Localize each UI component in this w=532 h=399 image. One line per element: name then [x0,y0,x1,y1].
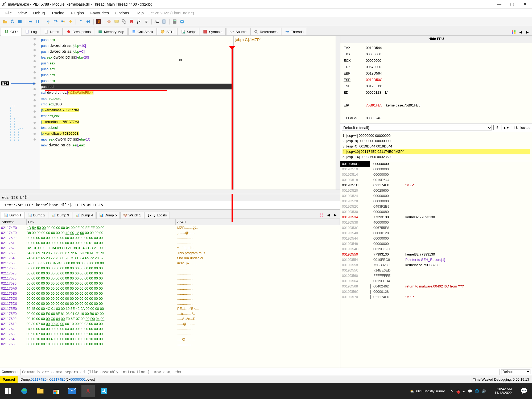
settings-icon[interactable] [179,18,185,25]
tab-symbols[interactable]: Symbols [200,28,226,35]
next-dump-icon[interactable]: ▶ [332,212,339,219]
labels-icon[interactable] [121,18,127,25]
taskbar-notifications-icon[interactable]: 💬 [517,385,530,397]
comments-icon[interactable] [113,18,120,25]
tab-locals[interactable]: [x=]Locals [145,212,170,219]
grid-icon[interactable] [510,28,517,35]
taskbar-weather[interactable]: ⛅ 66°F Mostly sunny [410,389,445,393]
taskbar-procmon-icon[interactable] [97,385,111,397]
prev-dump-icon[interactable]: ◀ [325,212,332,219]
close-button[interactable]: ✕ [519,1,531,8]
tab-cpu[interactable]: 32CPU [1,28,21,36]
taskbar-edge-icon[interactable] [18,385,31,397]
svg-line-35 [257,32,258,33]
hex-header-ascii[interactable]: ASCII [176,219,340,225]
maximize-button[interactable]: ▢ [506,1,518,8]
tab-dump-5[interactable]: 📊Dump 5 [96,212,120,219]
svg-rect-4 [18,20,22,23]
open-icon[interactable] [2,18,9,25]
tab-dump-1[interactable]: 📊Dump 1 [1,212,24,219]
functions-icon[interactable]: fx [135,18,142,25]
scrollbar-h[interactable] [0,190,340,194]
tab-watch-1[interactable]: 🐶Watch 1 [120,212,144,219]
tab-call-stack[interactable]: Call Stack [128,28,157,35]
tab-dump-4[interactable]: 📊Dump 4 [73,212,96,219]
step-into-icon[interactable] [45,18,52,25]
tab-breakpoints[interactable]: Breakpoints [63,28,94,35]
scylla-icon[interactable]: S [95,18,102,25]
scrollbar-v[interactable] [336,36,340,190]
tab-source[interactable]: <>Source [226,28,250,35]
command-combo[interactable]: Default [501,369,530,374]
dump-icon: 📊 [4,213,8,217]
hex-header-hex[interactable]: Hex [27,219,176,225]
run-to-return-icon[interactable] [85,18,92,25]
menu-help[interactable]: Help [133,10,146,16]
prev-tab-icon[interactable]: ◀ [517,28,524,35]
tray-chevron-icon[interactable]: ᐱ [451,389,453,393]
strings-icon[interactable]: Aᴢ [153,18,160,25]
tray-security-icon[interactable]: 🛡✕ [456,389,459,393]
tab-notes[interactable]: Notes [41,28,63,35]
tray-volume-icon[interactable]: 🔊 [482,389,486,393]
hide-fpu-button[interactable]: Hide FPU [340,36,532,43]
tab-references[interactable]: References [250,28,281,35]
run-to-user-icon[interactable] [77,18,84,25]
disassembly-view[interactable]: EIP push ecxpush dword ptr ss:[ebp+10]pu… [0,36,340,194]
tab-dump-3[interactable]: 📊Dump 3 [49,212,72,219]
tab-log[interactable]: Log [22,28,40,35]
trace-into-icon[interactable] [60,18,67,25]
tray-onedrive-icon[interactable]: ☁ [462,389,465,393]
status-dump-from[interactable]: 021174E0 [31,377,47,381]
svg-point-46 [34,71,36,73]
calls-icon[interactable] [161,18,168,25]
minimize-button[interactable]: — [493,1,505,8]
taskbar-mail-icon[interactable] [65,385,79,397]
variables-icon[interactable]: # [143,18,150,25]
pause-icon[interactable] [34,18,41,25]
taskbar-explorer-icon[interactable] [34,385,47,397]
calling-convention-select[interactable]: Default (stdcall) [342,125,492,130]
tab-memory-map[interactable]: Memory Map [95,28,128,35]
unlocked-checkbox[interactable] [511,126,514,129]
menu-debug[interactable]: Debug [30,10,47,16]
menu-tracing[interactable]: Tracing [49,10,67,16]
menu-plugins[interactable]: Plugins [68,10,86,16]
bookmarks-icon[interactable] [128,18,135,25]
tray-meet-icon[interactable]: 💬 [468,389,472,393]
run-icon[interactable] [27,18,34,25]
step-over-icon[interactable] [52,18,59,25]
trace-over-icon[interactable] [67,18,74,25]
hex-dump[interactable]: Address Hex ASCII 021174E04D 5A 50 00 02… [0,219,340,368]
taskbar-clock[interactable]: 10:42 AM 11/12/2022 [492,387,514,395]
calculator-icon[interactable] [171,18,178,25]
tab-seh[interactable]: SEH [157,28,177,35]
stack-view[interactable]: 0019D50C 000000000019D510 000000000019D5… [340,161,532,368]
taskbar-store-icon[interactable] [50,385,63,397]
call-args-view[interactable]: 1: [esp+4] 00000000 000000002: [esp+8] 0… [340,132,532,161]
struct-icon[interactable] [318,212,325,219]
command-input[interactable] [20,369,500,375]
menu-file[interactable]: File [3,10,14,16]
tab-script[interactable]: Script [178,28,199,35]
stop-icon[interactable] [17,18,23,25]
patches-icon[interactable] [106,18,113,25]
hex-header-address[interactable]: Address [0,219,27,225]
tab-threads[interactable]: Threads [282,28,307,35]
status-dump-to[interactable]: 021174E0 [50,377,65,381]
taskbar-debugger-icon[interactable] [81,385,95,397]
arg-count-spinner[interactable] [493,125,501,130]
start-button[interactable] [2,385,15,397]
tab-dump-2[interactable]: 📊Dump 2 [25,212,48,219]
next-tab-icon[interactable]: ▶ [524,28,531,35]
dump-tabs: 📊Dump 1 📊Dump 2 📊Dump 3 📊Dump 4 📊Dump 5 … [0,210,340,219]
tray-network-icon[interactable]: 🌐 [475,389,479,393]
restart-icon[interactable] [9,18,16,25]
status-dump-len[interactable]: 00000001 [70,377,86,381]
menu-view[interactable]: View [15,10,29,16]
log-icon [25,30,29,34]
menu-options[interactable]: Options [113,10,132,16]
menu-favourites[interactable]: Favourites [88,10,112,16]
registers-view[interactable]: EAX 0019D544EBX 00000000ECX 00000000EDX … [340,43,532,124]
svg-point-52 [34,105,36,107]
